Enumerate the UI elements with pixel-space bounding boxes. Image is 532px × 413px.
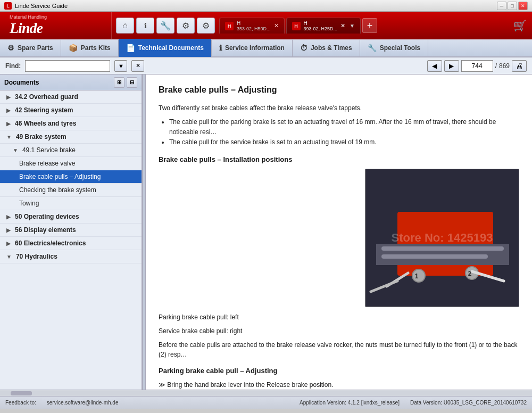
brake-cable-label: Brake cable pulls – Adjusting: [19, 173, 101, 180]
spare-parts-label: Spare Parts: [18, 44, 53, 52]
service-info-label: Service Information: [225, 44, 285, 52]
vehicle-tab-1[interactable]: H H 353-02, H50D... ✕: [219, 18, 285, 34]
content-image-row: 1 2 Store No: 1425193: [159, 169, 519, 307]
home-button[interactable]: ⌂: [116, 18, 134, 34]
page-number-input[interactable]: [461, 60, 493, 72]
content-area: Brake cable pulls – Adjusting Two differ…: [146, 75, 532, 390]
item-49-label: 49 Brake system: [16, 133, 66, 141]
main-wrapper: Documents ⊞ ⊟ ▶ 34.2 Overhead guard ▶ 42…: [0, 75, 532, 396]
cart-icon[interactable]: 🛒: [513, 19, 527, 32]
below-image-2: Service brake cable pull: right: [159, 326, 519, 336]
prev-page-button[interactable]: ◀: [427, 60, 442, 72]
tab-technical-docs[interactable]: 📄 Technical Documents: [119, 39, 212, 57]
tab1-icon: H: [225, 22, 234, 30]
below-image-1: Parking brake cable pull: left: [159, 312, 519, 322]
feedback-email: service.software@linde-mh.de: [47, 400, 119, 406]
content-subtitle2: Parking brake cable pull – Adjusting: [159, 367, 519, 375]
minimize-button[interactable]: ─: [497, 2, 506, 10]
sidebar-item-491[interactable]: ▼ 49.1 Service brake: [0, 144, 142, 157]
print-button[interactable]: 🖨: [512, 60, 527, 72]
tab2-close[interactable]: ✕: [340, 22, 345, 29]
find-input[interactable]: [25, 60, 110, 72]
info-button[interactable]: ℹ: [136, 18, 154, 34]
vehicle-tab-2[interactable]: H H 393-02, H25D... ✕ ▼: [286, 18, 361, 34]
logo-text: Linde: [10, 20, 43, 37]
sidebar-item-50[interactable]: ▶ 50 Operating devices: [0, 210, 142, 224]
tab-service-info[interactable]: ℹ Service Information: [212, 39, 293, 57]
item-70-arrow: ▼: [6, 254, 12, 260]
tab-spare-parts[interactable]: ⚙ Spare Parts: [0, 39, 61, 57]
sidebar-item-42[interactable]: ▶ 42 Steering system: [0, 104, 142, 117]
nav-tabs: ⚙ Spare Parts 📦 Parts Kits 📄 Technical D…: [0, 39, 532, 57]
parts-button[interactable]: ⚙: [177, 18, 195, 34]
find-label: Find:: [5, 62, 21, 70]
tab1-line1: H: [237, 20, 271, 26]
item-46-arrow: ▶: [6, 121, 11, 127]
page-separator: /: [495, 62, 497, 70]
tab2-dropdown-icon[interactable]: ▼: [350, 23, 355, 29]
sidebar-item-towing[interactable]: Towing: [0, 197, 142, 210]
item-342-label: 34.2 Overhead guard: [15, 93, 78, 101]
content-panel: Documents ⊞ ⊟ ▶ 34.2 Overhead guard ▶ 42…: [0, 75, 532, 390]
settings-button[interactable]: ⚙: [197, 18, 215, 34]
maximize-button[interactable]: □: [508, 2, 517, 10]
item-70-label: 70 Hydraulics: [16, 253, 57, 260]
sidebar-item-46[interactable]: ▶ 46 Wheels and tyres: [0, 117, 142, 130]
app-version: Application Version: 4.1.2 [lxndxs_relea…: [300, 400, 400, 406]
parts-kits-label: Parts Kits: [81, 44, 111, 52]
jobs-times-icon: ⏱: [300, 44, 307, 52]
sidebar-item-brake-cable[interactable]: Brake cable pulls – Adjusting: [0, 170, 142, 184]
logo-section: Material Handling Linde: [5, 12, 112, 39]
sidebar-title: Documents: [4, 79, 39, 86]
jobs-times-label: Jobs & Times: [311, 44, 352, 52]
horizontal-scrollbar[interactable]: [0, 390, 532, 396]
bullet-2: The cable pull for the service brake is …: [169, 137, 519, 147]
parts-kits-icon: 📦: [69, 44, 78, 52]
sidebar-item-brake-release[interactable]: Brake release valve: [0, 157, 142, 170]
add-tab-button[interactable]: +: [362, 18, 377, 33]
tab2-line2: 393-02, H25D...: [304, 26, 338, 31]
total-pages: 869: [499, 62, 510, 70]
sidebar-item-56[interactable]: ▶ 56 Display elements: [0, 224, 142, 237]
item-491-arrow: ▼: [13, 147, 18, 153]
clear-filter-button[interactable]: ✕: [131, 60, 144, 72]
title-bar: L Linde Service Guide ─ □ ✕: [0, 0, 532, 12]
svg-text:1: 1: [415, 272, 419, 280]
content-step1: ≫ Bring the hand brake lever into the Re…: [159, 380, 519, 390]
item-42-arrow: ▶: [6, 108, 11, 113]
filter-button[interactable]: ▼: [114, 60, 127, 72]
app-icon: L: [4, 2, 12, 10]
item-50-label: 50 Operating devices: [15, 213, 79, 220]
sidebar-item-49[interactable]: ▼ 49 Brake system: [0, 130, 142, 144]
sidebar-item-60[interactable]: ▶ 60 Electrics/electronics: [0, 237, 142, 250]
tab2-line1: H: [304, 20, 338, 26]
tab-special-tools[interactable]: 🔧 Special Tools: [360, 39, 428, 57]
tools-button[interactable]: 🔧: [156, 18, 174, 34]
content-title: Brake cable pulls – Adjusting: [159, 85, 519, 98]
sidebar-header: Documents ⊞ ⊟: [0, 75, 142, 90]
tech-docs-icon: 📄: [126, 44, 135, 52]
sidebar-item-70[interactable]: ▼ 70 Hydraulics: [0, 250, 142, 263]
svg-rect-4: [381, 254, 488, 259]
tab1-close[interactable]: ✕: [274, 22, 279, 29]
spare-parts-icon: ⚙: [7, 44, 14, 52]
title-bar-text: Linde Service Guide: [15, 3, 68, 9]
status-bar: Feedback to: service.software@linde-mh.d…: [0, 396, 532, 409]
find-bar: Find: ▼ ✕ ◀ ▶ / 869 🖨: [0, 57, 532, 75]
app-header: Material Handling Linde ⌂ ℹ 🔧 ⚙ ⚙ H H 35…: [0, 12, 532, 39]
svg-rect-3: [381, 246, 504, 251]
close-button[interactable]: ✕: [518, 2, 528, 10]
tab-parts-kits[interactable]: 📦 Parts Kits: [61, 39, 119, 57]
sidebar-item-checking-brake[interactable]: Checking the brake system: [0, 184, 142, 197]
content-bullets: The cable pull for the parking brake is …: [159, 117, 519, 148]
tech-docs-label: Technical Documents: [138, 44, 204, 52]
tab-jobs-times[interactable]: ⏱ Jobs & Times: [293, 39, 360, 57]
item-342-arrow: ▶: [6, 94, 11, 100]
sidebar-expand-button[interactable]: ⊞: [114, 77, 124, 88]
brake-release-label: Brake release valve: [19, 160, 75, 167]
sidebar-item-342[interactable]: ▶ 34.2 Overhead guard: [0, 90, 142, 104]
sidebar-collapse-button[interactable]: ⊟: [127, 77, 137, 88]
item-46-label: 46 Wheels and tyres: [15, 120, 76, 127]
next-page-button[interactable]: ▶: [444, 60, 459, 72]
service-info-icon: ℹ: [219, 44, 222, 52]
